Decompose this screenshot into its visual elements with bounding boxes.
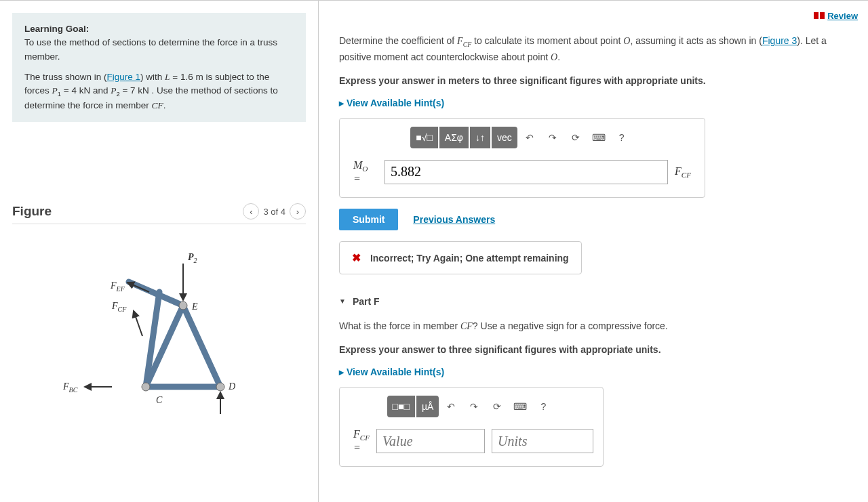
- hints-link-e[interactable]: View Available Hint(s): [339, 98, 858, 108]
- label-fbc: FBC: [62, 381, 78, 394]
- label-c: C: [156, 395, 163, 405]
- keyboard-button-f[interactable]: ⌨: [509, 396, 531, 417]
- label-p2: P2: [188, 252, 197, 264]
- truss-diagram: P2 FEF FCF FBC E C D: [12, 238, 306, 416]
- redo-button[interactable]: ↷: [542, 127, 564, 148]
- part-e-instruct: Express your answer in meters to three s…: [339, 74, 858, 88]
- label-d: D: [228, 381, 235, 392]
- svg-line-12: [134, 311, 142, 336]
- toolbar-f: □■□ µÅ ↶ ↷ ⟳ ⌨ ?: [353, 396, 589, 417]
- right-pane: Review Determine the coefficient of FCF …: [319, 1, 868, 502]
- figure-1-link[interactable]: Figure 1: [107, 72, 141, 82]
- label-fef: FEF: [110, 280, 125, 293]
- caret-down-icon: ▼: [339, 297, 346, 305]
- vector-button[interactable]: vec: [492, 127, 517, 148]
- previous-answers-link[interactable]: Previous Answers: [413, 214, 495, 225]
- svg-line-3: [183, 306, 220, 387]
- part-f-question: What is the force in member CF? Use a ne…: [339, 319, 858, 333]
- templates-button-f[interactable]: □■□: [387, 396, 415, 417]
- fcf-units-input[interactable]: [492, 429, 593, 453]
- submit-button[interactable]: Submit: [339, 209, 398, 230]
- svg-point-8: [179, 301, 187, 310]
- subscript-button[interactable]: ↓↑: [470, 127, 490, 148]
- answer-panel-f: □■□ µÅ ↶ ↷ ⟳ ⌨ ? FCF =: [339, 387, 604, 467]
- answer-panel-e: ■√□ ΑΣφ ↓↑ vec ↶ ↷ ⟳ ⌨ ? MO = FCF: [339, 118, 705, 198]
- feedback-text: Incorrect; Try Again; One attempt remain…: [370, 253, 569, 264]
- reset-button[interactable]: ⟳: [565, 127, 587, 148]
- svg-point-6: [142, 383, 150, 391]
- svg-point-7: [216, 383, 224, 391]
- svg-rect-15: [820, 12, 825, 19]
- figure-next-button[interactable]: ›: [290, 203, 306, 219]
- book-icon: [814, 11, 825, 22]
- units-button-f[interactable]: µÅ: [416, 396, 439, 417]
- label-fcf: FCF: [111, 301, 127, 313]
- label-e: E: [191, 301, 198, 312]
- fcf-label: FCF =: [353, 428, 370, 454]
- keyboard-button[interactable]: ⌨: [588, 127, 610, 148]
- figure-section: Figure ‹ 3 of 4 ›: [12, 203, 306, 416]
- incorrect-icon: ✖: [352, 252, 361, 264]
- help-button[interactable]: ?: [611, 127, 633, 148]
- toolbar-e: ■√□ ΑΣφ ↓↑ vec ↶ ↷ ⟳ ⌨ ?: [353, 127, 691, 148]
- feedback-box: ✖ Incorrect; Try Again; One attempt rema…: [339, 241, 582, 274]
- figure-3-link[interactable]: Figure 3: [762, 35, 797, 46]
- mo-unit: FCF: [675, 165, 691, 179]
- part-e-question: Determine the coefficient of FCF to calc…: [339, 34, 858, 64]
- help-button-f[interactable]: ?: [532, 396, 554, 417]
- figure-counter: 3 of 4: [263, 207, 285, 217]
- svg-rect-14: [814, 12, 818, 19]
- part-f-instruct: Express your answer to three significant…: [339, 343, 858, 357]
- part-f-title: Part F: [353, 296, 380, 307]
- figure-title: Figure: [12, 204, 52, 219]
- redo-button-f[interactable]: ↷: [463, 396, 485, 417]
- part-f-header[interactable]: ▼ Part F: [339, 296, 858, 307]
- reset-button-f[interactable]: ⟳: [486, 396, 508, 417]
- mo-label: MO =: [353, 159, 378, 185]
- learning-goal-heading: Learning Goal:: [24, 24, 89, 34]
- problem-statement: The truss shown in (Figure 1) with L = 1…: [24, 70, 294, 112]
- undo-button-f[interactable]: ↶: [440, 396, 462, 417]
- templates-button[interactable]: ■√□: [410, 127, 438, 148]
- figure-prev-button[interactable]: ‹: [243, 203, 259, 219]
- learning-goal-text: To use the method of sections to determi…: [24, 37, 277, 61]
- undo-button[interactable]: ↶: [519, 127, 540, 148]
- figure-nav: ‹ 3 of 4 ›: [243, 203, 306, 219]
- mo-input[interactable]: [384, 160, 668, 184]
- greek-button[interactable]: ΑΣφ: [439, 127, 469, 148]
- learning-goal-box: Learning Goal: To use the method of sect…: [12, 13, 306, 122]
- review-link[interactable]: Review: [827, 11, 858, 21]
- hints-link-f[interactable]: View Available Hint(s): [339, 367, 858, 377]
- left-pane: Learning Goal: To use the method of sect…: [0, 1, 319, 502]
- fcf-value-input[interactable]: [376, 429, 485, 453]
